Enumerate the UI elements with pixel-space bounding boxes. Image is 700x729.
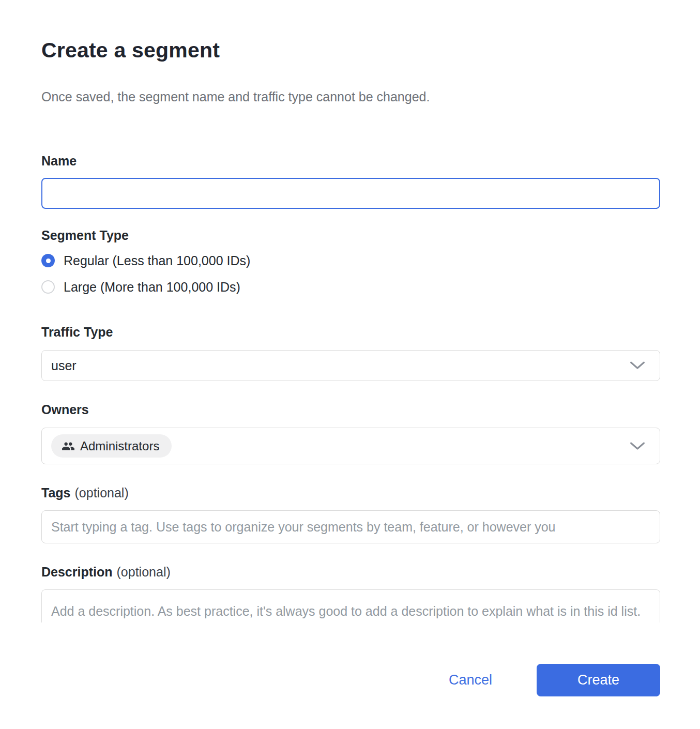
chevron-down-icon xyxy=(630,442,645,450)
dialog-subtitle: Once saved, the segment name and traffic… xyxy=(41,89,660,104)
segment-type-radio-group: Regular (Less than 100,000 IDs) Large (M… xyxy=(41,253,660,294)
dialog-footer: Cancel Create xyxy=(41,664,660,696)
radio-option-regular-label: Regular (Less than 100,000 IDs) xyxy=(64,253,250,268)
create-button[interactable]: Create xyxy=(537,664,660,696)
radio-unselected-icon[interactable] xyxy=(41,280,55,294)
description-textarea-clip xyxy=(41,589,660,622)
segment-type-label: Segment Type xyxy=(41,227,660,243)
radio-option-large[interactable]: Large (More than 100,000 IDs) xyxy=(41,280,660,294)
traffic-type-value: user xyxy=(51,358,77,373)
tags-input[interactable] xyxy=(41,510,660,543)
radio-option-large-label: Large (More than 100,000 IDs) xyxy=(64,280,240,295)
name-input[interactable] xyxy=(41,178,660,209)
create-segment-dialog: Create a segment Once saved, the segment… xyxy=(0,0,700,729)
cancel-button[interactable]: Cancel xyxy=(449,672,492,688)
traffic-type-label: Traffic Type xyxy=(41,324,660,340)
description-textarea[interactable] xyxy=(42,590,660,622)
dialog-title: Create a segment xyxy=(41,37,660,63)
radio-option-regular[interactable]: Regular (Less than 100,000 IDs) xyxy=(41,253,660,268)
people-icon xyxy=(62,439,75,453)
tags-label: Tags(optional) xyxy=(41,485,660,500)
description-label: Description(optional) xyxy=(41,564,660,580)
owner-chip-administrators[interactable]: Administrators xyxy=(51,434,172,458)
radio-selected-icon[interactable] xyxy=(41,254,55,267)
chevron-down-icon xyxy=(630,361,645,370)
name-label: Name xyxy=(41,153,660,169)
tags-label-text: Tags xyxy=(41,485,71,500)
tags-optional-text: (optional) xyxy=(75,485,129,500)
description-label-text: Description xyxy=(41,565,113,579)
traffic-type-select[interactable]: user xyxy=(41,350,660,381)
owners-select[interactable]: Administrators xyxy=(41,428,660,464)
owners-label: Owners xyxy=(41,402,660,417)
owner-chip-label: Administrators xyxy=(80,439,159,453)
description-optional-text: (optional) xyxy=(117,565,171,579)
